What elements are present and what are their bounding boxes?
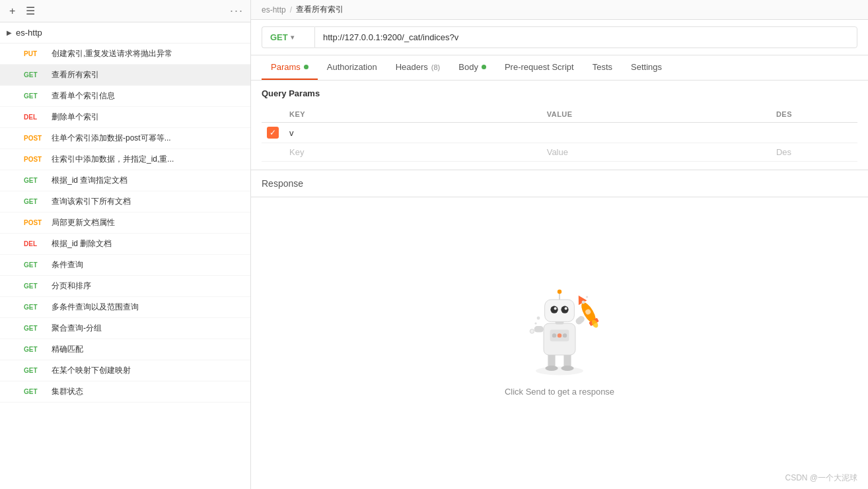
- method-badge: GET: [24, 388, 46, 395]
- nav-item-label: 根据_id 查询指定文档: [52, 175, 127, 186]
- method-badge: GET: [24, 71, 46, 79]
- method-badge: GET: [24, 282, 46, 290]
- sidebar-item-12[interactable]: GET多条件查询以及范围查询: [0, 297, 250, 318]
- url-input[interactable]: [314, 26, 857, 48]
- tab-authorization[interactable]: Authorization: [318, 55, 386, 80]
- sidebar-item-8[interactable]: POST局部更新文档属性: [0, 212, 250, 234]
- sidebar-item-4[interactable]: POST往单个索引添加数据-post可幂等...: [0, 128, 250, 149]
- params-checkbox-0[interactable]: ✓: [262, 123, 284, 143]
- svg-point-3: [545, 366, 558, 371]
- more-options-icon[interactable]: ···: [230, 4, 244, 18]
- add-button[interactable]: +: [7, 5, 18, 18]
- nav-item-label: 删除单个索引: [52, 112, 99, 123]
- sidebar-item-14[interactable]: GET精确匹配: [0, 339, 250, 360]
- main-content: es-http / 查看所有索引 GET ▾ ParamsAuthorizati…: [251, 0, 868, 489]
- method-badge: PUT: [24, 50, 46, 57]
- params-section: Query Params KEY VALUE DES ✓ v Key Value…: [251, 81, 868, 170]
- tab-label-headers: Headers: [396, 62, 428, 72]
- sidebar-item-10[interactable]: GET条件查询: [0, 255, 250, 276]
- svg-point-15: [561, 306, 568, 313]
- breadcrumb-collection: es-http: [262, 5, 286, 15]
- svg-point-17: [565, 308, 567, 310]
- sidebar-item-2[interactable]: GET查看单个索引信息: [0, 86, 250, 107]
- tab-pre-request[interactable]: Pre-request Script: [495, 55, 583, 80]
- tab-tests[interactable]: Tests: [583, 55, 622, 80]
- params-desc-0[interactable]: [771, 123, 857, 143]
- method-select[interactable]: GET ▾: [262, 26, 314, 48]
- svg-point-7: [552, 333, 556, 337]
- chevron-down-icon: ▶: [7, 29, 12, 36]
- url-bar: GET ▾: [251, 20, 868, 55]
- sidebar-header-left: + ☰: [7, 5, 38, 18]
- nav-item-label: 分页和排序: [52, 280, 91, 292]
- method-badge: GET: [24, 325, 46, 332]
- nav-item-label: 局部更新文档属性: [52, 217, 115, 228]
- tab-badge-headers: (8): [431, 63, 440, 71]
- sidebar-item-11[interactable]: GET分页和排序: [0, 276, 250, 297]
- svg-point-4: [561, 366, 573, 371]
- col-header-key: KEY: [284, 106, 542, 123]
- sidebar-item-6[interactable]: GET根据_id 查询指定文档: [0, 170, 250, 191]
- params-placeholder-row: Key Value Des: [262, 143, 857, 162]
- tab-dot-params: [304, 65, 308, 69]
- svg-rect-11: [575, 315, 586, 326]
- nav-item-label: 精确匹配: [52, 344, 83, 355]
- method-badge: GET: [24, 304, 46, 311]
- col-header-desc: DES: [771, 106, 857, 123]
- svg-point-27: [534, 322, 536, 324]
- nav-item-label: 条件查询: [52, 259, 83, 271]
- svg-point-30: [530, 329, 534, 333]
- params-table: KEY VALUE DES ✓ v Key Value Des: [262, 106, 857, 162]
- params-placeholder-value[interactable]: Value: [542, 143, 771, 162]
- method-chevron-icon: ▾: [291, 34, 294, 41]
- svg-point-29: [586, 296, 588, 298]
- tab-headers[interactable]: Headers(8): [386, 55, 450, 80]
- sidebar-item-1[interactable]: GET查看所有索引: [0, 65, 250, 86]
- tab-label-tests: Tests: [593, 62, 612, 72]
- tab-body[interactable]: Body: [449, 55, 495, 80]
- params-placeholder-desc[interactable]: Des: [771, 143, 857, 162]
- method-badge: DEL: [24, 114, 46, 121]
- tab-label-pre-request: Pre-request Script: [505, 62, 574, 72]
- params-key-0[interactable]: v: [284, 123, 542, 143]
- sidebar: + ☰ ··· ▶ es-http PUT创建索引,重复发送请求将抛出异常GET…: [0, 0, 251, 489]
- params-placeholder-key[interactable]: Key: [284, 143, 542, 162]
- svg-point-8: [558, 333, 561, 337]
- sidebar-item-0[interactable]: PUT创建索引,重复发送请求将抛出异常: [0, 44, 250, 65]
- filter-button[interactable]: ☰: [23, 5, 38, 18]
- sidebar-item-16[interactable]: GET集群状态: [0, 381, 250, 403]
- tabs-bar: ParamsAuthorizationHeaders(8)BodyPre-req…: [251, 55, 868, 81]
- nav-item-label: 集群状态: [52, 386, 83, 397]
- sidebar-item-3[interactable]: DEL删除单个索引: [0, 107, 250, 128]
- footer-credit: CSDN @一个大泥球: [251, 470, 868, 489]
- method-badge: GET: [24, 261, 46, 269]
- method-badge: GET: [24, 177, 46, 184]
- nav-item-label: 多条件查询以及范围查询: [52, 302, 139, 313]
- sidebar-item-7[interactable]: GET查询该索引下所有文档: [0, 191, 250, 212]
- svg-point-9: [563, 333, 567, 337]
- params-value-0[interactable]: [542, 123, 771, 143]
- sidebar-item-5[interactable]: POST往索引中添加数据，并指定_id,重...: [0, 149, 250, 170]
- checkbox-checked-icon[interactable]: ✓: [267, 127, 279, 139]
- svg-point-14: [550, 306, 558, 313]
- svg-point-16: [554, 308, 557, 310]
- tab-settings[interactable]: Settings: [622, 55, 671, 80]
- collection-group: ▶ es-http: [0, 22, 250, 44]
- col-header-value: VALUE: [542, 106, 771, 123]
- method-badge: GET: [24, 198, 46, 205]
- sidebar-item-13[interactable]: GET聚合查询-分组: [0, 318, 250, 339]
- nav-item-label: 根据_id 删除文档: [52, 238, 112, 249]
- sidebar-item-15[interactable]: GET在某个映射下创建映射: [0, 360, 250, 381]
- collection-header[interactable]: ▶ es-http: [0, 22, 250, 44]
- tab-dot-body: [482, 65, 486, 69]
- sidebar-item-9[interactable]: DEL根据_id 删除文档: [0, 234, 250, 255]
- response-section: Response: [251, 170, 868, 489]
- tab-params[interactable]: Params: [262, 55, 318, 80]
- method-badge: GET: [24, 346, 46, 353]
- method-badge: DEL: [24, 240, 46, 247]
- params-section-title: Query Params: [262, 88, 857, 98]
- method-badge: GET: [24, 92, 46, 100]
- nav-item-label: 创建索引,重复发送请求将抛出异常: [52, 48, 172, 59]
- svg-point-26: [537, 317, 540, 320]
- nav-item-label: 往单个索引添加数据-post可幂等...: [52, 133, 171, 144]
